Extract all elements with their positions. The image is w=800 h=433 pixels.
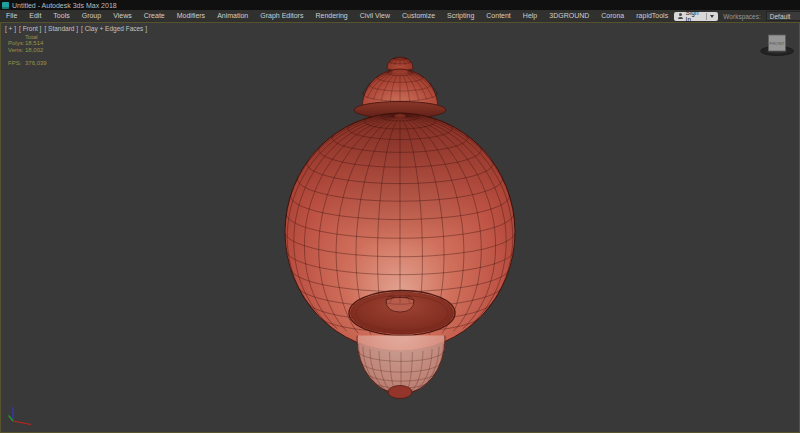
menu-item-content[interactable]: Content xyxy=(480,10,517,22)
menu-item-civil-view[interactable]: Civil View xyxy=(354,10,396,22)
menu-bar-right: Sign In Workspaces: Default xyxy=(674,11,800,21)
window-title: Untitled - Autodesk 3ds Max 2018 xyxy=(12,2,117,9)
sign-in-label: Sign In xyxy=(686,9,704,23)
axis-x-red xyxy=(13,421,31,425)
menu-item-customize[interactable]: Customize xyxy=(396,10,441,22)
fps-label: FPS: xyxy=(8,60,25,66)
viewcube[interactable]: FRONT xyxy=(761,35,794,56)
caret-down-icon[interactable] xyxy=(710,15,714,18)
menu-item-views[interactable]: Views xyxy=(107,10,138,22)
menu-item-scripting[interactable]: Scripting xyxy=(441,10,480,22)
workspaces-label: Workspaces: xyxy=(723,13,760,20)
viewport-label: [ + ][ Front ][ Standard ][ Clay + Edged… xyxy=(5,25,147,32)
model-bottom-knob xyxy=(388,386,412,399)
viewport-renderer-menu[interactable]: [ Standard ] xyxy=(44,25,78,32)
viewport-scene: FRONT xyxy=(0,22,800,433)
menu-item-tools[interactable]: Tools xyxy=(47,10,75,22)
viewport-plus-menu[interactable]: [ + ] xyxy=(5,25,16,32)
divider xyxy=(706,13,707,20)
menu-item-graph-editors[interactable]: Graph Editors xyxy=(254,10,309,22)
menu-bar: FileEditToolsGroupViewsCreateModifiersAn… xyxy=(0,10,800,22)
menu-item-file[interactable]: File xyxy=(0,10,23,22)
axis-y-green xyxy=(9,416,14,422)
app-window: { "window": { "title": "Untitled - Autod… xyxy=(0,0,800,433)
axis-tripod xyxy=(9,407,32,425)
title-bar: Untitled - Autodesk 3ds Max 2018 xyxy=(0,0,800,10)
menu-item-modifiers[interactable]: Modifiers xyxy=(171,10,211,22)
menu-item-group[interactable]: Group xyxy=(76,10,107,22)
viewcube-face-label: FRONT xyxy=(770,41,785,46)
viewport-pov-menu[interactable]: [ Front ] xyxy=(19,25,41,32)
stats-verts-row: Verts: 18,002 xyxy=(8,47,47,53)
menu-item-3dground[interactable]: 3DGROUND xyxy=(543,10,595,22)
3ds-max-app-icon[interactable] xyxy=(2,2,9,9)
menu-item-corona[interactable]: Corona xyxy=(595,10,630,22)
verts-label: Verts: xyxy=(8,47,25,53)
workspaces-value: Default xyxy=(770,13,791,20)
menu-item-help[interactable]: Help xyxy=(517,10,543,22)
viewport-shading-menu[interactable]: [ Clay + Edged Faces ] xyxy=(81,25,147,32)
sign-in-button[interactable]: Sign In xyxy=(674,12,718,21)
verts-value: 18,002 xyxy=(25,47,43,53)
workspaces-dropdown[interactable]: Default xyxy=(766,11,800,21)
menu-item-animation[interactable]: Animation xyxy=(211,10,254,22)
model-shell[interactable] xyxy=(285,57,515,398)
menu-item-create[interactable]: Create xyxy=(138,10,171,22)
stats-fps-row: FPS: 376,039 xyxy=(8,60,47,66)
menu-item-edit[interactable]: Edit xyxy=(23,10,47,22)
fps-value: 376,039 xyxy=(25,60,47,66)
menu-items: FileEditToolsGroupViewsCreateModifiersAn… xyxy=(0,10,674,22)
viewport-statistics: Total Polys: 18,514 Verts: 18,002 FPS: 3… xyxy=(8,34,47,67)
menu-item-rapidtools[interactable]: rapidTools xyxy=(630,10,674,22)
menu-item-rendering[interactable]: Rendering xyxy=(309,10,353,22)
person-icon xyxy=(678,13,682,19)
